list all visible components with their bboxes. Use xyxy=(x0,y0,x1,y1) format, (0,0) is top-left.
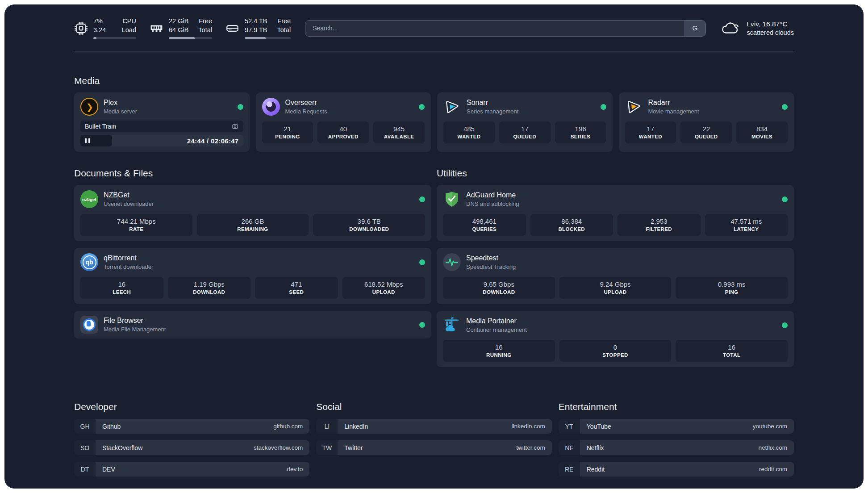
documents-column: Documents & Files nzbget NZBGet Usenet d… xyxy=(74,168,431,374)
link-badge: GH xyxy=(74,419,96,434)
storage-stat: 52.4 TB 97.9 TB Free Total xyxy=(225,17,291,39)
filebrowser-title: File Browser xyxy=(104,317,166,325)
plex-title: Plex xyxy=(104,99,137,107)
speedtest-card[interactable]: Speedtest Speedtest Tracking 9.65 Gbps D… xyxy=(437,248,794,304)
stat-tile: 17 QUEUED xyxy=(499,121,551,143)
nzbget-card[interactable]: nzbget NZBGet Usenet downloader 744.21 M… xyxy=(74,185,431,241)
section-title-utilities: Utilities xyxy=(437,168,794,179)
cpu-progress-bar xyxy=(93,37,136,39)
link-url: twitter.com xyxy=(516,444,545,451)
link-reddit[interactable]: RE Reddit reddit.com xyxy=(559,462,794,476)
storage-free-label: Free xyxy=(277,17,291,26)
portainer-card[interactable]: Media Portainer Container management 16 … xyxy=(437,311,794,367)
link-badge: NF xyxy=(559,440,580,455)
cpu-label: CPU xyxy=(122,17,136,26)
search-engine-button[interactable]: G xyxy=(684,21,705,36)
nzbget-title: NZBGet xyxy=(104,191,154,199)
stat-tile: 21 PENDING xyxy=(262,121,313,143)
link-url: linkedin.com xyxy=(512,423,545,430)
storage-total-label: Total xyxy=(277,26,291,35)
adguard-icon xyxy=(443,190,461,208)
system-stats: 7% 3.24 CPU Load xyxy=(74,17,291,39)
plex-icon: ❯ xyxy=(80,98,98,116)
link-youtube[interactable]: YT YouTube youtube.com xyxy=(559,419,794,434)
media-grid: ❯ Plex Media server Bullet Train xyxy=(74,92,794,152)
link-name: Netflix xyxy=(587,444,604,451)
header-divider xyxy=(74,51,794,51)
nzbget-icon: nzbget xyxy=(80,190,98,208)
portainer-icon xyxy=(443,316,461,334)
storage-progress-bar xyxy=(245,37,291,39)
cpu-usage-value: 7% xyxy=(93,17,106,26)
link-badge: SO xyxy=(74,440,96,455)
link-url: youtube.com xyxy=(753,423,787,430)
link-netflix[interactable]: NF Netflix netflix.com xyxy=(559,440,794,455)
filebrowser-status-dot xyxy=(419,322,425,328)
link-badge: RE xyxy=(559,462,580,476)
link-badge: TW xyxy=(316,440,338,455)
search-input[interactable] xyxy=(305,21,684,36)
sonarr-icon xyxy=(442,97,462,117)
developer-links: Developer GH Github github.com SO StackO… xyxy=(74,401,309,483)
stat-tile: 40 APPROVED xyxy=(317,121,369,143)
utilities-column: Utilities AdGuard Home DNS and adblockin… xyxy=(437,168,794,374)
adguard-card[interactable]: AdGuard Home DNS and adblocking 498,461 … xyxy=(437,185,794,241)
weather-condition: scattered clouds xyxy=(747,29,794,36)
radarr-title: Radarr xyxy=(648,99,699,107)
hard-drive-icon xyxy=(225,21,239,35)
link-twitter[interactable]: TW Twitter twitter.com xyxy=(316,440,551,455)
link-stackoverflow[interactable]: SO StackOverflow stackoverflow.com xyxy=(74,440,309,455)
section-title-entertainment: Entertainment xyxy=(559,401,794,412)
overseerr-subtitle: Media Requests xyxy=(285,108,327,115)
link-badge: DT xyxy=(74,462,96,476)
sonarr-card[interactable]: Sonarr Series management 485 WANTED 17 Q… xyxy=(437,92,613,152)
cpu-load-value: 3.24 xyxy=(93,26,106,35)
stat-tile: 744.21 Mbps RATE xyxy=(80,214,192,236)
stat-tile: 498,461 QUERIES xyxy=(443,214,526,236)
weather-location-temp: Lviv, 16.87°C xyxy=(747,20,794,28)
filebrowser-icon xyxy=(80,316,98,334)
memory-stat: 22 GiB 64 GiB Free Total xyxy=(150,17,212,39)
qbittorrent-status-dot xyxy=(419,259,425,265)
filebrowser-card[interactable]: File Browser Media File Management xyxy=(74,311,431,338)
plex-card[interactable]: ❯ Plex Media server Bullet Train xyxy=(74,92,250,152)
nzbget-status-dot xyxy=(419,196,425,202)
stat-tile: 618.52 Mbps UPLOAD xyxy=(342,277,426,299)
plex-subtitle: Media server xyxy=(104,108,137,115)
qbittorrent-icon: qb xyxy=(80,253,98,271)
overseerr-card[interactable]: Overseerr Media Requests 21 PENDING 40 A… xyxy=(256,92,431,152)
stat-tile: 22 QUEUED xyxy=(680,121,732,143)
adguard-title: AdGuard Home xyxy=(466,191,519,199)
weather-widget: Lviv, 16.87°C scattered clouds xyxy=(720,20,794,36)
stat-tile: 834 MOVIES xyxy=(736,121,788,143)
link-linkedin[interactable]: LI LinkedIn linkedin.com xyxy=(316,419,551,434)
cpu-load-label: Load xyxy=(122,26,136,35)
pause-icon[interactable] xyxy=(85,138,90,143)
overseerr-status-dot xyxy=(419,104,425,110)
portainer-status-dot xyxy=(782,322,788,328)
stat-tile: 196 SERIES xyxy=(555,121,606,143)
radarr-status-dot xyxy=(782,104,788,110)
search-bar: G xyxy=(305,20,706,37)
qbittorrent-card[interactable]: qb qBittorrent Torrent downloader 16 LEE… xyxy=(74,248,431,304)
top-bar: 7% 3.24 CPU Load xyxy=(74,16,794,40)
link-github[interactable]: GH Github github.com xyxy=(74,419,309,434)
memory-free-value: 22 GiB xyxy=(169,17,188,26)
stat-tile: 485 WANTED xyxy=(443,121,495,143)
stat-tile: 16 RUNNING xyxy=(443,340,555,362)
radarr-card[interactable]: Radarr Movie management 17 WANTED 22 QUE… xyxy=(619,92,794,152)
link-dev[interactable]: DT DEV dev.to xyxy=(74,462,309,476)
cloud-icon xyxy=(720,21,741,36)
stat-tile: 47.571 ms LATENCY xyxy=(705,214,788,236)
link-name: DEV xyxy=(102,466,115,473)
section-title-media: Media xyxy=(74,75,794,86)
link-name: YouTube xyxy=(587,423,611,430)
radarr-subtitle: Movie management xyxy=(648,108,699,115)
speedtest-title: Speedtest xyxy=(466,254,516,262)
radarr-icon xyxy=(624,97,644,117)
overseerr-icon xyxy=(262,98,280,116)
link-name: Github xyxy=(102,423,121,430)
entertainment-links: Entertainment YT YouTube youtube.com NF … xyxy=(559,401,794,483)
dashboard-window: 7% 3.24 CPU Load xyxy=(4,4,864,489)
memory-total-value: 64 GiB xyxy=(169,26,188,35)
